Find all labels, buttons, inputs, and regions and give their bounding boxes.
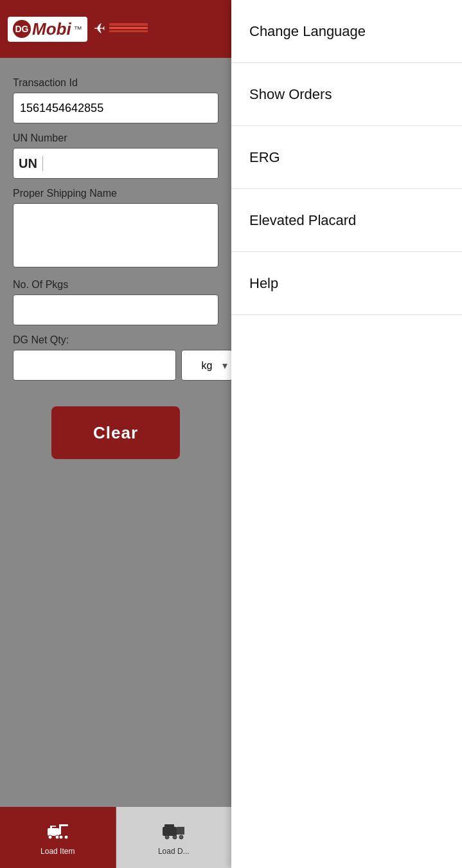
qty-label: DG Net Qty: <box>13 334 218 346</box>
trademark: ™ <box>74 24 82 34</box>
un-prefix: UN <box>13 156 43 171</box>
svg-point-12 <box>64 835 68 839</box>
un-input-wrapper: UN <box>13 148 218 179</box>
svg-point-8 <box>55 835 59 839</box>
qty-field: DG Net Qty: kg lb L <box>13 334 218 381</box>
svg-point-7 <box>48 835 52 839</box>
plane-icon: ✈ <box>94 21 105 37</box>
menu-item-help[interactable]: Help <box>231 252 462 315</box>
nav-item-load-item[interactable]: Load Item <box>0 807 116 868</box>
un-number-field: UN Number UN <box>13 132 218 179</box>
mobi-logo-text: Mobi <box>32 19 71 39</box>
un-number-input[interactable] <box>43 149 218 178</box>
clear-button[interactable]: Clear <box>51 406 180 459</box>
svg-rect-5 <box>52 826 54 827</box>
pkgs-field: No. Of Pkgs <box>13 279 218 325</box>
forklift-icon <box>46 819 69 844</box>
nav-item-load-d[interactable]: Load D... <box>116 807 232 868</box>
truck-load-icon <box>162 819 185 844</box>
transaction-id-field: Transaction Id <box>13 77 218 123</box>
svg-point-16 <box>165 835 169 839</box>
menu-item-erg[interactable]: ERG <box>231 126 462 189</box>
bottom-nav: Load Item Load D... <box>0 807 231 868</box>
menu-item-show-orders[interactable]: Show Orders <box>231 63 462 126</box>
unit-select[interactable]: kg lb L <box>181 350 233 381</box>
shipping-name-input[interactable] <box>13 203 218 267</box>
svg-rect-0 <box>109 23 148 26</box>
unit-select-wrapper: kg lb L <box>181 350 233 381</box>
pkgs-label: No. Of Pkgs <box>13 279 218 291</box>
svg-rect-2 <box>109 30 148 32</box>
svg-point-18 <box>179 835 183 839</box>
dg-circle-icon: DG <box>13 20 31 38</box>
transaction-id-label: Transaction Id <box>13 77 218 89</box>
menu-panel: Change Language Show Orders ERG Elevated… <box>231 0 462 868</box>
logo-box: DG Mobi ™ <box>8 17 87 42</box>
pkgs-input[interactable] <box>13 294 218 325</box>
svg-rect-13 <box>163 827 177 836</box>
logo-container: DG Mobi ™ ✈ <box>8 17 148 42</box>
qty-row: kg lb L <box>13 350 218 381</box>
nav-label-load-d: Load D... <box>158 847 190 856</box>
svg-rect-6 <box>54 826 56 827</box>
svg-rect-1 <box>109 27 148 29</box>
svg-marker-14 <box>177 827 184 835</box>
svg-rect-10 <box>59 824 61 835</box>
main-panel: DG Mobi ™ ✈ Transaction Id <box>0 0 231 868</box>
app-bar: DG Mobi ™ ✈ <box>0 0 231 58</box>
shipping-name-label: Proper Shipping Name <box>13 188 218 199</box>
un-number-label: UN Number <box>13 132 218 144</box>
menu-item-elevated-placard[interactable]: Elevated Placard <box>231 189 462 252</box>
road-icon <box>109 22 148 36</box>
svg-point-17 <box>173 835 177 839</box>
svg-point-11 <box>59 835 63 839</box>
menu-item-change-language[interactable]: Change Language <box>231 0 462 63</box>
nav-label-load-item: Load Item <box>40 847 75 856</box>
transaction-id-input[interactable] <box>13 93 218 123</box>
svg-rect-3 <box>48 828 59 836</box>
svg-rect-15 <box>164 824 174 827</box>
shipping-name-field: Proper Shipping Name <box>13 188 218 270</box>
qty-input[interactable] <box>13 350 176 381</box>
svg-rect-4 <box>50 826 52 836</box>
form-content: Transaction Id UN Number UN Proper Shipp… <box>0 58 231 868</box>
